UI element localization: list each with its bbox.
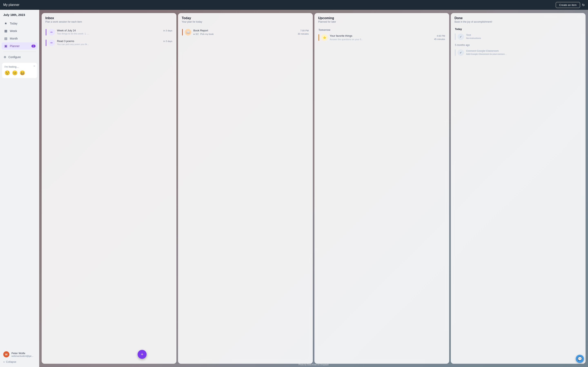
task-name: Test	[466, 33, 499, 36]
refresh-icon[interactable]: ↻	[582, 3, 585, 7]
task-item[interactable]: ✓ Test No instructions	[453, 31, 583, 42]
feeling-widget: × I'm feeling... 😟 😐 😀	[2, 63, 37, 78]
upcoming-subtitle: Planned for later	[318, 20, 445, 23]
topbar: My planner Create an item ↻	[0, 0, 588, 10]
today-column: Today Your plan for today 📖 Book Report …	[178, 13, 313, 364]
sidebar-nav: ★ Today ▦ Week ▤ Month ▣ Planner 2	[0, 20, 39, 50]
task-content: Book Report 7:00 PM ● 0/2 Pick my book 3…	[193, 29, 309, 35]
inbox-title: Inbox	[45, 16, 173, 20]
task-subtask: ● 0/2 Pick my book	[193, 33, 214, 35]
today-body: 📖 Book Report 7:00 PM ● 0/2 Pick my bo	[178, 25, 313, 364]
done-title: Done	[454, 16, 582, 20]
feeling-emoji-happy[interactable]: 😀	[20, 70, 25, 76]
task-title-row: Read 3 poems in 3 days	[57, 40, 172, 43]
user-name: Peter Wolfe	[11, 352, 33, 355]
task-name: Book Report	[193, 29, 208, 32]
task-meta: in 3 days	[163, 29, 172, 32]
task-icon-star: ⭐	[321, 34, 328, 41]
task-time: 7:00 PM	[300, 29, 309, 32]
task-item[interactable]: ⭐ Your favorite things 4:00 PM Answer th…	[317, 32, 447, 43]
done-column: Done Bask in the joy of accomplishment! …	[451, 13, 586, 364]
task-item[interactable]: ✏ Read 3 poems in 3 days You can pick an…	[44, 38, 174, 48]
task-icon-check: ✓	[458, 49, 464, 56]
task-left-bar	[319, 34, 319, 41]
task-left-bar	[455, 33, 456, 40]
task-desc: You can pick any poem you lik...	[57, 43, 98, 45]
planner-badge: 2	[31, 45, 35, 48]
task-content: Your favorite things 4:00 PM Answer the …	[330, 34, 445, 41]
sidebar-item-label: Planner	[10, 44, 20, 48]
chat-button[interactable]: 💬	[576, 355, 584, 363]
task-desc: Answer the questions on your 5...	[330, 38, 363, 41]
content-area: Inbox Plan a work session for each item …	[39, 10, 588, 367]
task-icon-pencil: ✏	[48, 29, 55, 35]
task-desc: Two things to do this week: 1. ...	[57, 33, 98, 35]
task-sub-row: ● 0/2 Pick my book 30 minutes	[193, 33, 309, 35]
today-header: Today Your plan for today	[178, 13, 313, 25]
create-item-button[interactable]: Create an item	[556, 2, 580, 8]
inbox-subtitle: Plan a work session for each item	[45, 20, 173, 23]
task-name: Your favorite things	[330, 34, 352, 37]
collapse-label: Collapse	[6, 360, 16, 363]
section-label-months-ago: 5 months ago	[453, 42, 583, 47]
inbox-column: Inbox Plan a work session for each item …	[42, 13, 176, 364]
user-details: Peter Wolfe webinarstudent@ge...	[11, 352, 33, 357]
photo-credit: Photo by Sora Khan on Unsplash	[298, 364, 329, 366]
sidebar-item-week[interactable]: ▦ Week	[2, 27, 38, 34]
collapse-button[interactable]: « Collapse	[0, 359, 39, 365]
sidebar-item-label: Today	[10, 22, 17, 25]
task-name: Read 3 poems	[57, 40, 74, 43]
task-icon-pencil: ✏	[48, 40, 55, 46]
feeling-emojis: 😟 😐 😀	[4, 70, 35, 76]
section-label-today: Today	[453, 27, 583, 31]
sidebar: July 18th, 2023 ★ Today ▦ Week ▤ Month ▣…	[0, 10, 39, 367]
task-item[interactable]: ✏ Week of July 24 in 3 days Two things t…	[44, 27, 174, 38]
task-duration: 45 minutes	[434, 38, 445, 40]
sidebar-item-label: Week	[10, 29, 17, 33]
configure-button[interactable]: ⚙ Configure	[0, 54, 39, 60]
sidebar-item-month[interactable]: ▤ Month	[2, 35, 38, 42]
task-icon-book: 📖	[185, 29, 191, 35]
fab-button[interactable]: +	[138, 350, 147, 359]
configure-icon: ⚙	[4, 55, 6, 59]
done-subtitle: Bask in the joy of accomplishment!	[454, 20, 582, 23]
task-name: Connect Google Classroom	[466, 49, 499, 52]
collapse-icon: «	[3, 360, 5, 363]
task-left-bar	[182, 29, 183, 35]
task-title-row: Week of July 24 in 3 days	[57, 29, 172, 32]
app-title: My planner	[3, 3, 19, 7]
avatar: W	[3, 351, 9, 358]
task-content: Connect Google Classroom Add Google Clas…	[466, 49, 581, 55]
user-email: webinarstudent@ge...	[11, 355, 33, 357]
inbox-body: ✏ Week of July 24 in 3 days Two things t…	[42, 25, 176, 364]
upcoming-column: Upcoming Planned for later Tomorrow ⭐ Yo…	[314, 13, 449, 364]
task-content: Week of July 24 in 3 days Two things to …	[57, 29, 172, 35]
feeling-close-button[interactable]: ×	[34, 64, 35, 68]
configure-label: Configure	[8, 55, 21, 59]
planner-icon: ▣	[4, 44, 8, 48]
task-item[interactable]: ✓ Connect Google Classroom Add Google Cl…	[453, 47, 583, 58]
upcoming-title: Upcoming	[318, 16, 445, 20]
sidebar-item-planner[interactable]: ▣ Planner 2	[2, 42, 38, 50]
sidebar-item-today[interactable]: ★ Today	[2, 20, 38, 27]
subtask-dot: ●	[193, 33, 195, 35]
today-title: Today	[182, 16, 309, 20]
task-duration: 30 minutes	[298, 33, 309, 35]
task-icon-check: ✓	[458, 33, 464, 40]
feeling-emoji-neutral[interactable]: 😐	[12, 70, 17, 76]
subtask-count: 0/2	[196, 33, 199, 35]
task-sub-row: Answer the questions on your 5... 45 min…	[330, 38, 445, 41]
subtask-label: Pick my book	[200, 33, 214, 35]
upcoming-header: Upcoming Planned for later	[314, 13, 449, 25]
task-item[interactable]: 📖 Book Report 7:00 PM ● 0/2 Pick my bo	[181, 27, 310, 38]
star-icon: ★	[4, 21, 8, 25]
week-icon: ▦	[4, 29, 8, 33]
topbar-actions: Create an item ↻	[556, 2, 585, 8]
inbox-header: Inbox Plan a work session for each item	[42, 13, 176, 25]
done-header: Done Bask in the joy of accomplishment!	[451, 13, 586, 25]
feeling-emoji-worried[interactable]: 😟	[4, 70, 10, 76]
task-content: Read 3 poems in 3 days You can pick any …	[57, 40, 172, 45]
user-info[interactable]: W Peter Wolfe webinarstudent@ge...	[0, 350, 39, 359]
month-icon: ▤	[4, 36, 8, 40]
task-time: 4:00 PM	[437, 35, 445, 37]
